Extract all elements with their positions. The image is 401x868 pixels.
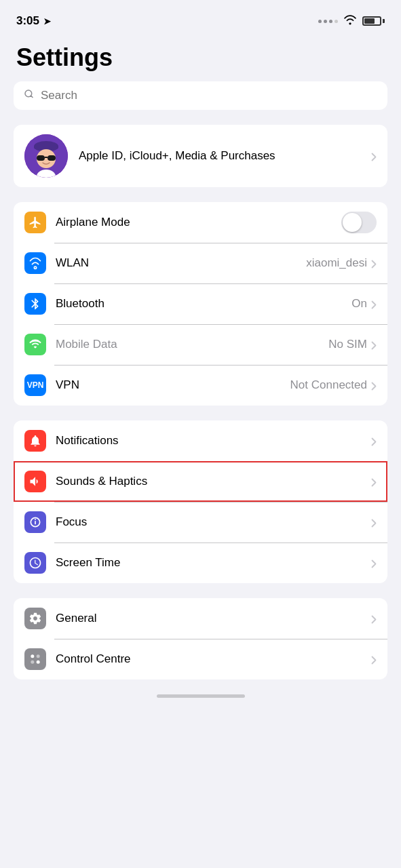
bluetooth-chevron-icon [371,300,377,309]
home-indicator [157,694,245,698]
mobile-data-chevron-icon [371,340,377,349]
screen-time-row[interactable]: Screen Time [14,542,387,583]
general-row[interactable]: General [14,598,387,639]
screen-time-icon [24,552,46,574]
mobile-data-icon [24,334,46,355]
battery-icon [362,16,385,26]
status-time: 3:05 ➤ [16,14,51,28]
apple-id-row[interactable]: Apple ID, iCloud+, Media & Purchases [14,125,387,187]
airplane-mode-row[interactable]: Airplane Mode [14,202,387,243]
airplane-mode-toggle[interactable] [341,212,377,233]
control-centre-row[interactable]: Control Centre [14,639,387,679]
vpn-row[interactable]: VPN VPN Not Connected [14,365,387,406]
bluetooth-label: Bluetooth [56,297,351,311]
status-icons [318,14,385,28]
mobile-data-row[interactable]: Mobile Data No SIM [14,324,387,365]
settings-group-2: Notifications Sounds & Haptics Focus Scr… [14,420,387,583]
mobile-data-value: No SIM [328,338,367,351]
focus-label: Focus [56,515,371,529]
sounds-haptics-row[interactable]: Sounds & Haptics [14,461,387,502]
signal-icon [318,20,338,23]
vpn-label: VPN [56,378,290,392]
svg-point-10 [31,660,34,664]
avatar [24,134,68,178]
location-arrow-icon: ➤ [43,16,51,26]
control-centre-label: Control Centre [56,652,371,666]
network-group: Airplane Mode WLAN xiaomi_desi Bluetooth… [14,202,387,406]
apple-id-group: Apple ID, iCloud+, Media & Purchases [14,125,387,187]
airplane-mode-icon [24,212,46,233]
bluetooth-icon [24,293,46,315]
notifications-icon [24,430,46,452]
screen-time-label: Screen Time [56,556,371,570]
screen-time-chevron-icon [371,559,377,568]
svg-point-8 [31,654,34,658]
apple-id-label: Apple ID, iCloud+, Media & Purchases [79,149,371,163]
control-centre-chevron-icon [371,655,377,664]
wlan-row[interactable]: WLAN xiaomi_desi [14,243,387,283]
wlan-label: WLAN [56,256,306,270]
airplane-mode-label: Airplane Mode [56,216,341,229]
focus-row[interactable]: Focus [14,502,387,542]
focus-chevron-icon [371,518,377,527]
vpn-value: Not Connected [290,378,367,392]
focus-icon [24,511,46,533]
search-bar[interactable] [14,81,387,110]
sounds-haptics-chevron-icon [371,477,377,486]
wlan-chevron-icon [371,259,377,268]
search-icon [23,88,35,103]
control-centre-icon [24,648,46,670]
search-input[interactable] [41,89,378,102]
wlan-value: xiaomi_desi [306,256,367,270]
svg-point-9 [37,654,40,658]
sounds-haptics-label: Sounds & Haptics [56,475,371,488]
vpn-chevron-icon [371,381,377,390]
general-chevron-icon [371,614,377,623]
wifi-icon [343,14,357,28]
general-label: General [56,612,371,625]
status-bar: 3:05 ➤ [0,0,401,37]
svg-rect-2 [34,145,58,149]
vpn-icon: VPN [24,374,46,396]
settings-group-3: General Control Centre [14,598,387,679]
svg-rect-6 [45,157,47,158]
bluetooth-value: On [351,297,367,311]
notifications-chevron-icon [371,437,377,446]
time-label: 3:05 [16,14,39,28]
apple-id-chevron-icon [371,152,377,161]
notifications-row[interactable]: Notifications [14,420,387,461]
sounds-haptics-icon [24,471,46,492]
svg-point-11 [37,660,40,664]
mobile-data-label: Mobile Data [56,338,328,351]
svg-rect-5 [47,155,56,161]
page-title: Settings [0,37,401,81]
wlan-icon [24,252,46,274]
general-icon [24,608,46,629]
notifications-label: Notifications [56,434,371,448]
svg-rect-4 [37,155,45,161]
bluetooth-row[interactable]: Bluetooth On [14,283,387,324]
